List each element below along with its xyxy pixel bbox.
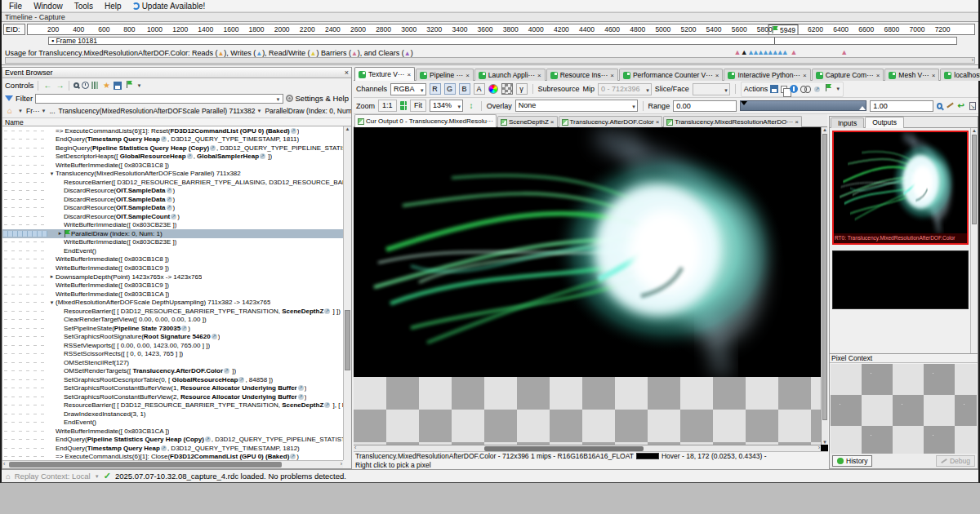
scroll-up-icon[interactable]: ▲ <box>822 127 827 132</box>
scrollbar-thumb[interactable] <box>345 310 350 370</box>
event-row[interactable]: ▸DownsampleDepth(Point) 1423x765x -> 142… <box>2 273 343 281</box>
pixel-context-view[interactable] <box>831 364 977 454</box>
scroll-right-icon[interactable]: › <box>972 57 973 63</box>
flip-y-icon[interactable]: ↕ <box>466 101 476 111</box>
resource-link-icon[interactable]: ↗ <box>181 326 187 331</box>
resource-link-icon[interactable]: ↗ <box>205 436 211 442</box>
event-row[interactable]: SetGraphicsRootSignature(Root Signature … <box>2 332 343 341</box>
row-expander-icon[interactable]: ▸ <box>48 273 56 280</box>
home-icon[interactable]: ⌂ <box>5 106 15 116</box>
event-row[interactable]: SetGraphicsRootConstantBufferView(2, Res… <box>2 392 343 401</box>
scrollbar-thumb[interactable] <box>9 462 282 467</box>
resource-link-icon[interactable]: ↗ <box>324 402 330 408</box>
resource-link-icon[interactable]: ↗ <box>814 86 820 92</box>
event-row[interactable]: SetGraphicsRootConstantBufferView(1, Res… <box>2 383 343 392</box>
event-row[interactable]: ResourceBarrier([ [ D3D12_RESOURCE_BARRI… <box>2 307 343 316</box>
event-row[interactable]: WriteBufferImmediate([ 0x803CB1C9 ]) <box>2 281 343 290</box>
chevron-down-icon[interactable]: ▼ <box>95 474 100 479</box>
menu-help[interactable]: Help <box>99 0 127 12</box>
close-icon[interactable]: × <box>932 72 936 79</box>
resource-link-icon[interactable]: ↗ <box>290 454 296 459</box>
event-row[interactable]: SetPipelineState(Pipeline State 730035↗) <box>2 324 343 333</box>
row-expander-icon[interactable]: ▸ <box>56 230 64 237</box>
resource-link-icon[interactable]: ↗ <box>210 145 216 151</box>
timeline-hscrollbar[interactable]: › <box>5 57 975 64</box>
event-list-hscrollbar[interactable]: ‹ › <box>2 460 343 468</box>
history-button[interactable]: History <box>832 455 872 467</box>
gamma-button[interactable]: γ <box>516 83 528 95</box>
event-row[interactable]: WriteBufferImmediate([ 0x803CB23E ]) <box>2 221 343 230</box>
magnifier-icon[interactable] <box>937 103 942 109</box>
mip-select[interactable]: 0 - 712x396 <box>598 83 652 95</box>
depth-thumbnail[interactable] <box>832 250 969 309</box>
replay-context-label[interactable]: Replay Context: Local <box>15 472 91 481</box>
canvas-hscrollbar[interactable]: ‹ › <box>354 445 821 451</box>
dock-tab-7[interactable]: Mesh V···× <box>884 69 939 81</box>
resource-link-icon[interactable]: ↗ <box>167 197 172 202</box>
usage-marker-icon[interactable]: ▲ <box>790 48 797 56</box>
canvas-vscrollbar[interactable]: ▲ ▼ <box>821 127 828 445</box>
scroll-right-icon[interactable]: › <box>341 461 342 467</box>
range-max-input[interactable]: 1.00 <box>870 100 933 112</box>
row-expander-icon[interactable]: ▾ <box>48 299 56 306</box>
scrollbar-thumb[interactable] <box>822 134 827 420</box>
copy-icon[interactable] <box>781 86 787 93</box>
resource-link-icon[interactable]: ↗ <box>298 394 304 400</box>
red-channel-button[interactable]: R <box>430 83 441 95</box>
resource-link-icon[interactable]: ↗ <box>260 153 265 159</box>
dock-tab-4[interactable]: Performance Counter V···× <box>619 69 723 81</box>
export-range-icon[interactable]: ↘ <box>969 102 976 110</box>
resource-link-icon[interactable]: ↗ <box>324 308 330 314</box>
usage-marker-icon[interactable]: ▲ <box>782 48 789 56</box>
dock-tab-1[interactable]: Pipeline ···× <box>416 69 474 81</box>
menu-tools[interactable]: Tools <box>69 0 99 12</box>
dock-tab-5[interactable]: Interactive Python···× <box>724 69 810 81</box>
bookmark-flag-icon[interactable] <box>124 81 134 91</box>
texture-tab-1[interactable]: SceneDepthZ× <box>497 116 558 127</box>
chevron-down-icon[interactable]: ▼ <box>276 97 281 102</box>
close-icon[interactable]: × <box>537 72 541 79</box>
event-row[interactable]: SetGraphicsRootDescriptorTable(0, [ Glob… <box>2 375 343 384</box>
event-row[interactable]: => ExecuteCommandLists(6)[1]: Reset(FD3D… <box>2 126 343 135</box>
event-row[interactable]: BeginQuery(Pipeline Statistics Query Hea… <box>2 144 343 153</box>
next-event-button[interactable]: → <box>55 81 65 91</box>
event-row[interactable]: WriteBufferImmediate([ 0x803CB1C8 ]) <box>2 255 343 264</box>
breadcrumb-pass[interactable]: Translucency(MixedResolutionAfterDOFScal… <box>59 107 262 115</box>
scroll-left-icon[interactable]: ‹ <box>354 445 356 450</box>
event-row[interactable]: ResourceBarrier([ [ D3D12_RESOURCE_BARRI… <box>2 401 343 410</box>
dock-tab-8[interactable]: localhost - UnrealEditor [PID 1···× <box>940 69 980 81</box>
timeline-ruler[interactable]: 5949 20040060080010001200140016001800200… <box>27 24 975 35</box>
dock-tab-6[interactable]: Capture Com···× <box>812 69 884 81</box>
event-row[interactable]: EndQuery(Pipeline Statistics Query Heap … <box>2 436 343 445</box>
resource-link-icon[interactable]: ↗ <box>291 128 296 134</box>
resource-link-icon[interactable]: ↗ <box>238 377 244 383</box>
scroll-down-icon[interactable]: ▼ <box>822 440 827 445</box>
event-row[interactable]: RSSetViewports([ [ 0.00, 0.00, 1423.00, … <box>2 341 343 350</box>
scroll-right-icon[interactable]: › <box>818 445 820 450</box>
texture-tab-3[interactable]: Translucency.MixedResolutionAfterDO···× <box>663 116 802 127</box>
close-icon[interactable]: × <box>876 72 880 79</box>
event-row[interactable]: OMSetRenderTargets([ Translucency.AfterD… <box>2 366 343 375</box>
event-row[interactable]: EndQuery(Timestamp Query Heap↗, D3D12_QU… <box>2 444 343 453</box>
close-icon[interactable]: × <box>407 71 411 78</box>
texture-tab-2[interactable]: Translucency.AfterDOF.Color× <box>559 116 663 127</box>
scrollbar-thumb[interactable] <box>972 135 977 224</box>
scroll-up-icon[interactable]: ▲ <box>972 128 977 133</box>
slice-select[interactable] <box>693 83 730 95</box>
resource-link-icon[interactable]: ↗ <box>167 205 172 210</box>
range-min-input[interactable]: 0.00 <box>673 100 737 112</box>
event-row[interactable]: => ExecuteCommandLists(6)[1]: Close(FD3D… <box>2 453 343 460</box>
settings-help-link[interactable]: Settings & Help <box>296 94 349 103</box>
close-icon[interactable]: × <box>656 118 660 126</box>
find-event-icon[interactable] <box>74 82 79 88</box>
event-row[interactable]: DiscardResource(OIT.SampleData↗) <box>2 187 343 196</box>
close-icon[interactable]: × <box>795 118 799 126</box>
update-available-label[interactable]: Update Available! <box>142 2 206 11</box>
event-row[interactable]: WriteBufferImmediate([ 0x803CB1C9 ]) <box>2 264 343 273</box>
checker-background-button[interactable] <box>501 83 513 95</box>
prev-event-button[interactable]: ← <box>42 81 52 91</box>
event-row[interactable]: WriteBufferImmediate([ 0x803CB1CA ]) <box>2 290 343 299</box>
reset-range-icon[interactable]: ↩ <box>956 101 966 111</box>
autofit-wand-icon[interactable] <box>946 101 953 110</box>
menu-file[interactable]: File <box>3 0 28 12</box>
